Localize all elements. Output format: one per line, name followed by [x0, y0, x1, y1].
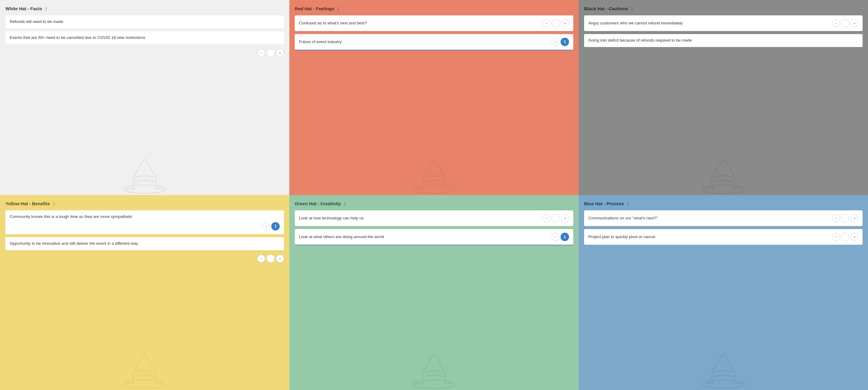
white-circle-btn	[267, 49, 275, 57]
green-card-1: Look at how technology can help us − +	[295, 210, 573, 226]
blue-hat-watermark	[696, 350, 750, 390]
green-card-1-plus[interactable]: +	[561, 214, 569, 222]
svg-point-5	[702, 380, 744, 389]
red-hat-menu-icon[interactable]: ⋮	[336, 6, 340, 11]
blue-card-1-controls: − +	[832, 214, 858, 222]
yellow-card-1-badge: 1	[271, 222, 280, 231]
black-hat-panel: Black Hat - Cautions ⋮ ⋮ Angry customers…	[579, 0, 868, 195]
green-card-2: Look at what others are doing around the…	[295, 229, 573, 245]
black-hat-title: Black Hat - Cautions ⋮	[584, 6, 863, 11]
red-hat-title-text: Red Hat - Feelings	[295, 6, 334, 11]
green-card-1-controls: − +	[542, 214, 569, 222]
black-card-2: Going into deficit because of refunds re…	[584, 34, 863, 47]
green-card-2-minus[interactable]: −	[552, 233, 559, 241]
red-card-2: Future of event industry − 1	[295, 34, 573, 50]
black-card-1-controls: − +	[832, 19, 858, 27]
blue-card-1: Communications on our "what's next?" − +	[584, 210, 863, 226]
blue-hat-title: Blue Hat - Process ⋮	[584, 201, 863, 206]
blue-card-1-plus[interactable]: +	[850, 214, 858, 222]
green-hat-title-text: Green Hat - Creativity	[295, 201, 341, 206]
svg-point-3	[124, 380, 166, 389]
green-card-2-badge: 1	[561, 233, 569, 241]
yellow-card-1-text: Community knows this is a tough time so …	[10, 214, 132, 219]
blue-hat-panel: Blue Hat - Process ⋮ Communications on o…	[579, 195, 868, 390]
yellow-add-area: − +	[5, 253, 284, 265]
blue-card-2-text: Project plan to quickly pivot or cancel	[588, 234, 830, 240]
green-card-1-circle	[552, 214, 560, 222]
black-hat-title-text: Black Hat - Cautions	[584, 6, 628, 11]
red-card-1: Confused as to what's next and best? − +	[295, 16, 573, 31]
blue-card-2: Project plan to quickly pivot or cancel …	[584, 229, 863, 245]
green-card-1-minus[interactable]: −	[542, 214, 550, 222]
white-add-area: − +	[5, 47, 284, 59]
red-card-1-text: Confused as to what's next and best?	[299, 21, 540, 26]
green-card-1-text: Look at how technology can help us	[299, 215, 540, 221]
blue-card-2-minus[interactable]: −	[832, 233, 840, 241]
yellow-hat-title: Yellow Hat - Benefits ⋮	[5, 201, 284, 206]
red-card-2-minus[interactable]: −	[552, 38, 559, 46]
yellow-hat-title-text: Yellow Hat - Benefits	[5, 201, 50, 206]
yellow-hat-watermark	[118, 350, 172, 390]
black-card-1-plus[interactable]: +	[850, 19, 858, 27]
yellow-plus-btn[interactable]: +	[276, 255, 284, 263]
white-minus-btn[interactable]: −	[257, 49, 265, 57]
red-card-1-plus[interactable]: +	[561, 19, 569, 27]
yellow-circle-btn	[267, 254, 275, 263]
blue-card-2-plus[interactable]: +	[850, 233, 858, 241]
white-hat-title: White Hat - Facts ⋮	[5, 6, 284, 11]
white-hat-panel: White Hat - Facts ⋮ Refunds will need to…	[0, 0, 289, 195]
blue-card-2-circle	[841, 233, 849, 241]
blue-card-1-minus[interactable]: −	[832, 214, 840, 222]
green-hat-watermark	[407, 350, 461, 390]
black-hat-corner-icon[interactable]: ⋮	[860, 5, 864, 10]
yellow-card-1: Community knows this is a tough time so …	[5, 210, 284, 234]
black-hat-watermark	[696, 155, 750, 195]
white-hat-menu-icon[interactable]: ⋮	[44, 6, 48, 11]
yellow-card-1-minus[interactable]: −	[262, 222, 270, 230]
white-plus-btn[interactable]: +	[276, 49, 284, 57]
green-card-2-text: Look at what others are doing around the…	[299, 234, 549, 240]
blue-card-1-text: Communications on our "what's next?"	[588, 215, 830, 221]
yellow-card-2: Opportunity to be innovative and still d…	[5, 237, 284, 250]
red-card-2-controls: − 1	[552, 38, 569, 46]
svg-point-4	[413, 380, 455, 389]
svg-point-0	[124, 185, 166, 193]
red-card-2-text: Future of event industry	[299, 39, 549, 45]
white-card-2-text: Events that are 50+ need to be cancelled…	[10, 35, 145, 40]
white-card-1-text: Refunds will need to be made	[10, 19, 63, 24]
six-hats-grid: White Hat - Facts ⋮ Refunds will need to…	[0, 0, 868, 390]
black-card-2-text: Going into deficit because of refunds re…	[588, 38, 692, 42]
svg-point-2	[702, 185, 744, 193]
blue-hat-title-text: Blue Hat - Process	[584, 201, 624, 206]
white-card-1: Refunds will need to be made	[5, 16, 284, 28]
red-card-2-badge: 1	[561, 38, 569, 46]
red-card-1-controls: − +	[542, 19, 569, 27]
green-hat-panel: Green Hat - Creativity ⋮ Look at how tec…	[289, 195, 579, 390]
yellow-hat-menu-icon[interactable]: ⋮	[52, 201, 56, 206]
black-card-1: Angry customers who we cannot refund imm…	[584, 16, 863, 31]
yellow-card-2-text: Opportunity to be innovative and still d…	[10, 241, 138, 246]
blue-card-1-circle	[841, 214, 849, 222]
green-hat-menu-icon[interactable]: ⋮	[343, 201, 347, 206]
black-card-1-text: Angry customers who we cannot refund imm…	[588, 21, 830, 26]
red-card-1-minus[interactable]: −	[542, 19, 550, 27]
white-hat-title-text: White Hat - Facts	[5, 6, 42, 11]
white-hat-watermark	[118, 155, 172, 195]
blue-card-2-controls: − +	[832, 233, 858, 241]
red-hat-panel: Red Hat - Feelings ⋮ Confused as to what…	[289, 0, 579, 195]
yellow-hat-panel: Yellow Hat - Benefits ⋮ Community knows …	[0, 195, 289, 390]
green-hat-title: Green Hat - Creativity ⋮	[295, 201, 573, 206]
red-card-1-circle	[552, 19, 560, 27]
svg-point-1	[413, 185, 455, 193]
black-card-1-circle	[841, 19, 849, 27]
white-card-2: Events that are 50+ need to be cancelled…	[5, 31, 284, 44]
yellow-card-1-controls: − 1	[10, 222, 280, 231]
red-hat-watermark	[407, 155, 461, 195]
green-card-2-controls: − 1	[552, 233, 569, 241]
black-card-1-minus[interactable]: −	[832, 19, 840, 27]
blue-hat-menu-icon[interactable]: ⋮	[626, 201, 630, 206]
red-hat-title: Red Hat - Feelings ⋮	[295, 6, 573, 11]
yellow-minus-btn[interactable]: −	[257, 255, 265, 263]
black-hat-menu-icon[interactable]: ⋮	[630, 6, 634, 11]
